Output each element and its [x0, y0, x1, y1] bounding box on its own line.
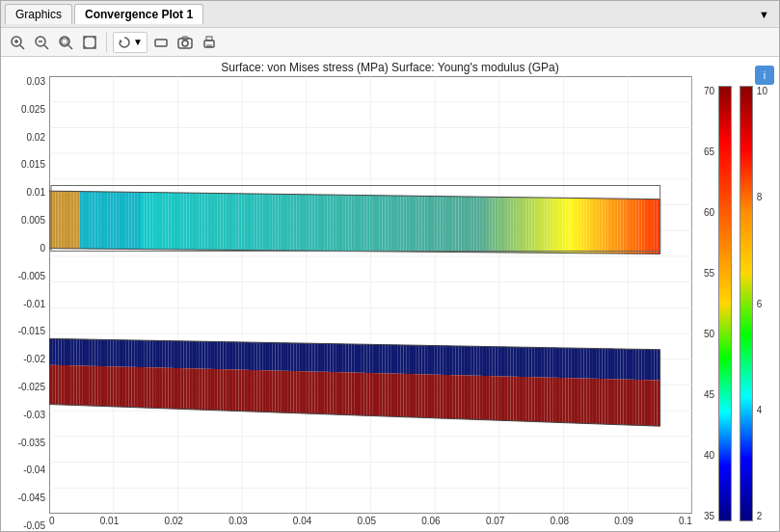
colorbar-right-labels: 10 8 6 4 2 [753, 86, 779, 521]
y-label-14: -0.04 [23, 465, 45, 475]
svg-line-1 [20, 45, 24, 49]
x-label-5: 0.05 [358, 516, 376, 526]
cb-left-4: 50 [692, 329, 714, 339]
svg-rect-16 [155, 40, 167, 46]
zoom-out-icon [34, 35, 49, 50]
zoom-out-button[interactable] [31, 32, 52, 53]
select-box-icon [153, 35, 169, 50]
rotate-icon [118, 36, 131, 49]
svg-point-18 [182, 40, 188, 46]
y-label-12: -0.03 [23, 410, 45, 420]
zoom-box-icon [58, 35, 73, 50]
cb-right-3: 4 [757, 405, 779, 415]
plot-container: 0.03 0.025 0.02 0.015 0.01 0.005 0 -0.00… [1, 76, 779, 531]
x-label-8: 0.08 [551, 516, 569, 526]
zoom-in-button[interactable] [7, 32, 28, 53]
y-label-16: -0.05 [23, 520, 45, 531]
zoom-box-button[interactable] [55, 32, 76, 53]
cb-right-1: 8 [757, 192, 779, 202]
fit-all-button[interactable] [79, 32, 100, 53]
rotate-dropdown[interactable]: ▼ [113, 32, 148, 53]
x-label-6: 0.06 [421, 516, 440, 526]
cb-right-4: 2 [757, 511, 779, 521]
camera-button[interactable] [175, 32, 196, 53]
cb-left-3: 55 [692, 268, 714, 279]
cb-left-2: 60 [692, 207, 714, 218]
y-label-10: -0.02 [23, 354, 45, 364]
cb-left-6: 40 [692, 450, 714, 461]
y-label-11: -0.025 [18, 382, 45, 392]
y-label-3: 0.015 [21, 159, 45, 170]
x-axis: 0 0.01 0.02 0.03 0.04 0.05 0.06 0.07 0.0… [49, 514, 692, 528]
main-canvas[interactable] [49, 76, 692, 514]
svg-rect-9 [62, 39, 67, 44]
y-label-9: -0.015 [18, 326, 45, 336]
x-label-0: 0 [49, 516, 55, 526]
title-bar: Graphics Convergence Plot 1 ▼ [1, 1, 779, 28]
svg-line-8 [68, 45, 72, 49]
x-label-10: 0.1 [679, 516, 692, 526]
cb-right-2: 6 [757, 299, 779, 309]
y-label-1: 0.025 [21, 104, 45, 115]
colorbar-left-labels: 70 65 60 55 50 45 40 35 [692, 86, 718, 521]
print-icon [202, 35, 217, 50]
y-label-13: -0.035 [18, 438, 45, 448]
y-label-8: -0.01 [23, 299, 45, 309]
select-box-button[interactable] [150, 32, 172, 53]
cb-left-7: 35 [692, 511, 714, 521]
x-label-9: 0.09 [614, 516, 632, 526]
svg-marker-15 [120, 40, 122, 43]
x-label-7: 0.07 [486, 516, 504, 526]
x-label-1: 0.01 [100, 516, 119, 526]
toolbar: ▼ [1, 28, 779, 57]
svg-line-5 [44, 45, 48, 49]
zoom-in-icon [10, 35, 25, 50]
window-dropdown-btn[interactable]: ▼ [753, 7, 775, 22]
y-label-7: -0.005 [18, 271, 45, 281]
cb-left-1: 65 [692, 146, 714, 157]
tab-graphics[interactable]: Graphics [5, 4, 72, 24]
plot-area: Surface: von Mises stress (MPa) Surface:… [1, 57, 779, 531]
cb-right-0: 10 [757, 86, 779, 96]
y-axis: 0.03 0.025 0.02 0.015 0.01 0.005 0 -0.00… [1, 76, 49, 531]
plot-title: Surface: von Mises stress (MPa) Surface:… [1, 57, 779, 76]
rotate-dropdown-arrow: ▼ [133, 37, 143, 47]
cb-left-5: 45 [692, 389, 714, 400]
colorbar-right-gradient [740, 86, 753, 521]
colorbar-left-gradient [718, 86, 732, 521]
colorbar-spacer [732, 86, 740, 521]
y-label-4: 0.01 [27, 187, 45, 198]
main-window: Graphics Convergence Plot 1 ▼ [0, 0, 780, 532]
y-label-15: -0.045 [18, 492, 45, 503]
y-label-5: 0.005 [21, 215, 45, 226]
cb-left-0: 70 [692, 86, 714, 96]
chart-wrapper: 0 0.01 0.02 0.03 0.04 0.05 0.06 0.07 0.0… [49, 76, 692, 531]
toolbar-separator-1 [106, 33, 107, 52]
x-label-4: 0.04 [293, 516, 311, 526]
print-button[interactable] [199, 32, 220, 53]
fit-all-icon [82, 35, 97, 50]
x-label-2: 0.02 [164, 516, 182, 526]
camera-icon [177, 35, 193, 50]
y-label-2: 0.02 [27, 132, 45, 143]
info-button[interactable]: i [755, 66, 774, 85]
x-label-3: 0.03 [229, 516, 247, 526]
colorbar-area: 70 65 60 55 50 45 40 35 10 8 6 4 2 [692, 76, 779, 531]
tab-convergence-plot[interactable]: Convergence Plot 1 [74, 4, 203, 24]
y-label-0: 0.03 [27, 76, 45, 87]
y-label-6: 0 [40, 243, 45, 253]
